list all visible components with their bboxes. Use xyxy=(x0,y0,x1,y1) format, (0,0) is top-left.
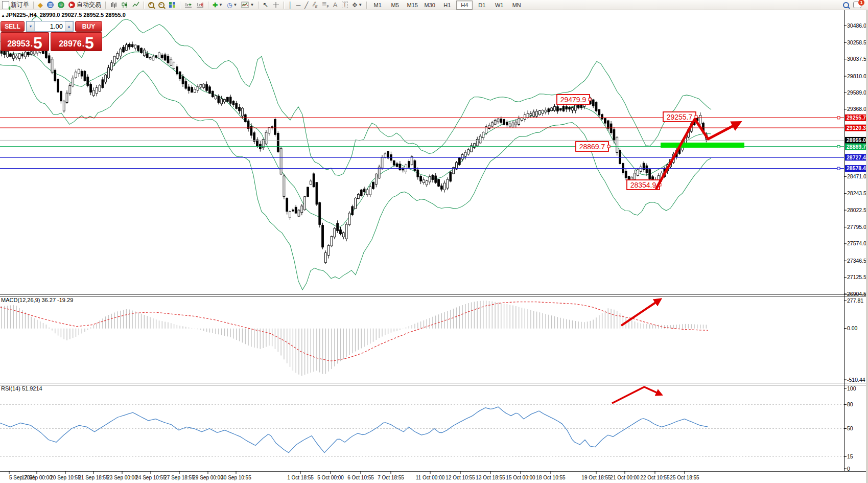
sell-price-display[interactable]: 28953.5 xyxy=(1,32,49,51)
tab-m1[interactable]: M1 xyxy=(369,1,386,10)
volume-input[interactable]: 1.00 xyxy=(35,21,65,31)
notifications-button[interactable]: 1 xyxy=(852,1,863,9)
profiles-button[interactable]: ◆ xyxy=(36,1,44,9)
symbol-period: JPN225-,H4 xyxy=(6,12,37,18)
svg-text:13 Oct 18:55: 13 Oct 18:55 xyxy=(476,475,505,480)
text-label-icon: T xyxy=(342,2,348,8)
signals-icon: ψ xyxy=(58,2,64,8)
separator xyxy=(144,2,144,9)
one-click-trading-panel: SELL ▼ 1.00 ▲ BUY 28953.5 28976.5 xyxy=(1,21,102,51)
text-label-button[interactable]: T xyxy=(340,1,350,9)
search-button[interactable] xyxy=(841,1,851,9)
chart-canvas[interactable]: 30486.030258.530037.529810.029589.029368… xyxy=(0,0,868,483)
periods-button[interactable]: ◷▼ xyxy=(225,1,239,9)
crosshair-button[interactable] xyxy=(271,1,281,9)
text-icon: A xyxy=(333,2,338,8)
zoom-in-button[interactable]: + xyxy=(147,1,156,9)
sell-price-main: 28953 xyxy=(7,40,30,48)
crosshair-icon xyxy=(272,2,279,8)
templates-button[interactable]: ▼ xyxy=(240,1,255,9)
zoom-out-button[interactable]: − xyxy=(157,1,166,9)
svg-text:23 Sep 00:00: 23 Sep 00:00 xyxy=(107,475,137,480)
panel-separators[interactable] xyxy=(0,10,868,472)
rsi-panel xyxy=(0,404,844,456)
support-zone-highlight[interactable] xyxy=(661,143,744,148)
auto-scroll-button[interactable] xyxy=(183,1,194,9)
templates-icon xyxy=(241,2,249,8)
tab-m5[interactable]: M5 xyxy=(387,1,403,10)
macd-indicator-label: MACD(12,26,9) 36.27 -19.29 xyxy=(1,297,73,303)
buy-price-display[interactable]: 28976.5 xyxy=(51,32,102,51)
svg-text:26904.5: 26904.5 xyxy=(847,291,866,297)
tab-w1[interactable]: W1 xyxy=(491,1,507,10)
indicators-icon: ✚ xyxy=(213,2,218,8)
buy-button[interactable]: BUY xyxy=(75,21,102,32)
tile-windows-button[interactable] xyxy=(167,1,177,9)
volume-up-button[interactable]: ▲ xyxy=(65,21,73,31)
svg-text:11 Oct 00:00: 11 Oct 00:00 xyxy=(416,475,445,480)
svg-text:28869.7: 28869.7 xyxy=(847,144,866,150)
candlestick-chart-button[interactable] xyxy=(120,1,130,9)
svg-text:19 Oct 18:55: 19 Oct 18:55 xyxy=(581,475,611,480)
svg-text:6 Oct 10:55: 6 Oct 10:55 xyxy=(347,475,374,480)
svg-text:0: 0 xyxy=(847,466,850,472)
autotrade-icon: ▶ xyxy=(68,2,75,8)
tile-windows-icon xyxy=(169,2,176,8)
svg-text:30 Sep 10:55: 30 Sep 10:55 xyxy=(221,475,251,480)
time-axis[interactable]: 5 Sep 202117 Sep 00:0020 Sep 10:5521 Sep… xyxy=(9,471,699,480)
indicators-button[interactable]: ✚▼ xyxy=(211,1,224,9)
sell-price-pip: 5 xyxy=(33,36,42,50)
line-chart-icon xyxy=(132,2,139,8)
svg-text:25 Oct 18:55: 25 Oct 18:55 xyxy=(670,475,699,480)
tab-m30[interactable]: M30 xyxy=(421,1,438,10)
window-edge xyxy=(866,10,868,483)
trend-line-button[interactable]: ╱ xyxy=(303,1,310,9)
svg-text:80: 80 xyxy=(847,401,853,407)
tab-mn[interactable]: MN xyxy=(508,1,525,10)
charts-icon: ▥ xyxy=(47,2,54,8)
price-axis[interactable]: 30486.030258.530037.529810.029589.029368… xyxy=(844,22,867,472)
autotrade-button[interactable]: ▶ 自动交易 xyxy=(67,1,103,9)
svg-text:5 Oct 00:00: 5 Oct 00:00 xyxy=(317,475,344,480)
cursor-button[interactable]: ↖ xyxy=(261,1,270,9)
svg-text:-510.44: -510.44 xyxy=(847,377,865,383)
tab-d1[interactable]: D1 xyxy=(474,1,490,10)
vertical-line-button[interactable]: │ xyxy=(287,1,294,9)
svg-text:15: 15 xyxy=(847,453,853,459)
rsi-indicator-label: RSI(14) 51.9214 xyxy=(1,385,42,392)
tab-m15[interactable]: M15 xyxy=(404,1,420,10)
svg-text:20 Sep 10:55: 20 Sep 10:55 xyxy=(50,475,81,480)
chart-shift-button[interactable] xyxy=(195,1,205,9)
rsi-line xyxy=(0,407,708,453)
tab-h1[interactable]: H1 xyxy=(439,1,455,10)
trend-arrows[interactable] xyxy=(612,119,739,403)
svg-text:21 Sep 18:55: 21 Sep 18:55 xyxy=(78,475,109,480)
trend-line-icon: ╱ xyxy=(304,2,308,8)
main-toolbar: 新订单 ◆ ▥ ψ ▶ 自动交易 + − ✚▼ ◷▼ ▼ ↖ │ ─ ╱ ⫽E … xyxy=(0,0,868,10)
equidistant-channel-button[interactable]: ⫽E xyxy=(311,1,319,9)
sell-button[interactable]: SELL xyxy=(1,21,25,32)
svg-text:17 Sep 00:00: 17 Sep 00:00 xyxy=(21,475,52,480)
bar-chart-button[interactable] xyxy=(108,1,119,9)
buy-price-main: 28976 xyxy=(59,40,82,48)
line-chart-button[interactable] xyxy=(131,1,141,9)
new-order-button[interactable]: 新订单 xyxy=(1,1,31,9)
svg-text:27795.0: 27795.0 xyxy=(847,224,866,230)
charts-button[interactable]: ▥ xyxy=(45,1,55,9)
svg-text:15 Oct 00:00: 15 Oct 00:00 xyxy=(506,475,535,480)
zoom-in-icon: + xyxy=(148,2,154,8)
arrows-button[interactable]: ✥▼ xyxy=(350,1,364,9)
svg-text:29255.7: 29255.7 xyxy=(847,114,866,121)
fibonacci-button[interactable]: ≣F xyxy=(320,1,331,9)
svg-text:27 Sep 18:55: 27 Sep 18:55 xyxy=(164,475,195,480)
notification-badge: 1 xyxy=(858,0,864,6)
bar-chart-icon xyxy=(110,2,117,8)
svg-text:22 Oct 10:55: 22 Oct 10:55 xyxy=(640,475,670,480)
horizontal-line-icon: ─ xyxy=(296,2,301,8)
volume-down-button[interactable]: ▼ xyxy=(27,21,35,31)
macd-signal-line xyxy=(0,302,708,361)
tab-h4[interactable]: H4 xyxy=(456,1,473,10)
horizontal-line-button[interactable]: ─ xyxy=(295,1,302,9)
text-button[interactable]: A xyxy=(332,1,339,9)
signals-button[interactable]: ψ xyxy=(56,1,66,9)
